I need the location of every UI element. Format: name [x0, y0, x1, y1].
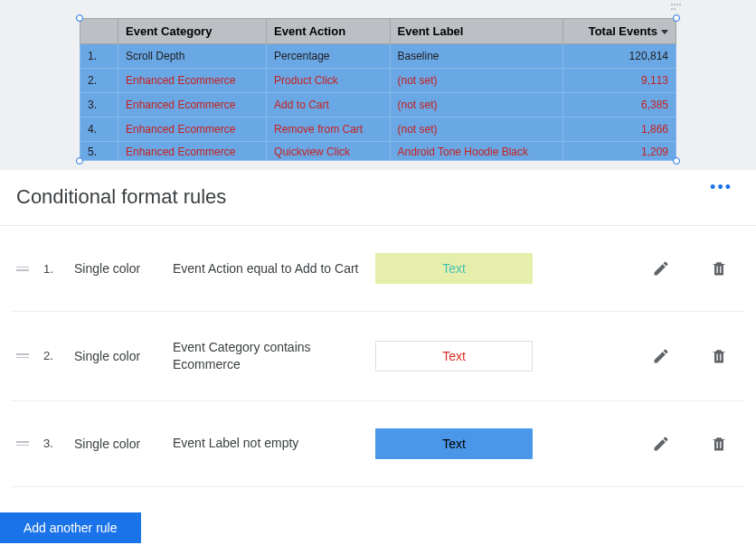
cell-event-action: Remove from Cart [267, 117, 390, 142]
cell-event-category: Enhanced Ecommerce [118, 93, 267, 117]
table-row[interactable]: 3.Enhanced EcommerceAdd to Cart(not set)… [80, 93, 676, 117]
cell-event-label: (not set) [390, 93, 563, 117]
cell-event-action: Add to Cart [267, 93, 390, 117]
cell-total-events: 1,866 [563, 117, 676, 142]
rule-row[interactable]: 3.Single colorEvent Label not emptyText [11, 401, 745, 487]
cell-event-label: Android Tone Hoodie Black [390, 142, 563, 161]
rule-preview: Text [375, 428, 533, 459]
rule-description: Event Category contains Ecommerce [173, 339, 363, 373]
cell-event-label: (not set) [390, 69, 563, 93]
table-row[interactable]: 5.Enhanced EcommerceQuickview ClickAndro… [80, 142, 676, 161]
cell-event-category: Enhanced Ecommerce [118, 117, 267, 142]
cell-event-category: Scroll Depth [118, 44, 267, 69]
delete-rule-button[interactable] [709, 258, 729, 278]
col-header-rownum[interactable] [80, 19, 118, 44]
sort-caret-icon [661, 30, 668, 34]
rule-index: 3. [43, 437, 61, 450]
cell-event-action: Percentage [267, 44, 390, 69]
row-number: 4. [80, 117, 118, 142]
edit-rule-button[interactable] [651, 434, 671, 454]
cell-total-events: 6,385 [563, 93, 676, 117]
rule-description: Event Label not empty [173, 435, 363, 452]
rule-description: Event Action equal to Add to Cart [173, 260, 363, 277]
delete-rule-button[interactable] [709, 434, 729, 454]
selected-table-chart[interactable]: Event Category Event Action Event Label … [80, 18, 676, 161]
rule-row[interactable]: 1.Single colorEvent Action equal to Add … [11, 226, 745, 312]
col-header-total-events[interactable]: Total Events [563, 19, 676, 44]
cell-event-category: Enhanced Ecommerce [118, 142, 267, 161]
row-number: 1. [80, 44, 118, 69]
drag-handle-icon[interactable] [14, 267, 31, 271]
edit-rule-button[interactable] [651, 258, 671, 278]
delete-rule-button[interactable] [709, 346, 729, 366]
rule-row[interactable]: 2.Single colorEvent Category contains Ec… [11, 312, 745, 401]
cell-total-events: 1,209 [563, 142, 676, 161]
data-table: Event Category Event Action Event Label … [80, 18, 676, 161]
cell-event-category: Enhanced Ecommerce [118, 69, 267, 93]
edit-rule-button[interactable] [651, 346, 671, 366]
selection-handle-br[interactable] [673, 157, 680, 164]
selection-handle-tl[interactable] [76, 14, 83, 22]
drag-handle-icon[interactable] [14, 353, 31, 358]
col-header-event-category[interactable]: Event Category [118, 19, 267, 44]
rule-preview: Text [375, 253, 533, 284]
table-row[interactable]: 2.Enhanced EcommerceProduct Click(not se… [80, 69, 676, 93]
col-header-event-action[interactable]: Event Action [267, 19, 390, 44]
cell-total-events: 9,113 [563, 69, 676, 93]
cell-event-action: Product Click [267, 69, 390, 93]
row-number: 5. [80, 142, 118, 161]
add-another-rule-button[interactable]: Add another rule [0, 512, 141, 543]
drag-handle-icon[interactable] [671, 4, 682, 11]
rule-index: 2. [43, 349, 61, 362]
row-number: 2. [80, 69, 118, 93]
rule-type: Single color [74, 437, 160, 451]
report-canvas[interactable]: Event Category Event Action Event Label … [0, 0, 756, 170]
cell-event-action: Quickview Click [267, 142, 390, 161]
conditional-format-panel: Conditional format rules ••• 1.Single co… [0, 170, 756, 545]
rule-index: 1. [43, 262, 61, 276]
selection-handle-tr[interactable] [673, 14, 680, 22]
rule-type: Single color [74, 349, 160, 363]
cell-event-label: (not set) [390, 117, 563, 142]
col-header-event-label[interactable]: Event Label [390, 19, 563, 44]
cell-total-events: 120,814 [563, 44, 676, 69]
cell-event-label: Baseline [390, 44, 563, 69]
panel-more-button[interactable]: ••• [710, 178, 740, 197]
drag-handle-icon[interactable] [14, 441, 31, 446]
rule-preview: Text [375, 341, 533, 371]
table-row[interactable]: 4.Enhanced EcommerceRemove from Cart(not… [80, 117, 676, 142]
rule-type: Single color [74, 261, 160, 276]
table-row[interactable]: 1.Scroll DepthPercentageBaseline120,814 [80, 44, 676, 69]
panel-title: Conditional format rules [16, 185, 226, 209]
row-number: 3. [80, 93, 118, 117]
rules-list: 1.Single colorEvent Action equal to Add … [0, 226, 756, 496]
selection-handle-bl[interactable] [76, 157, 83, 164]
